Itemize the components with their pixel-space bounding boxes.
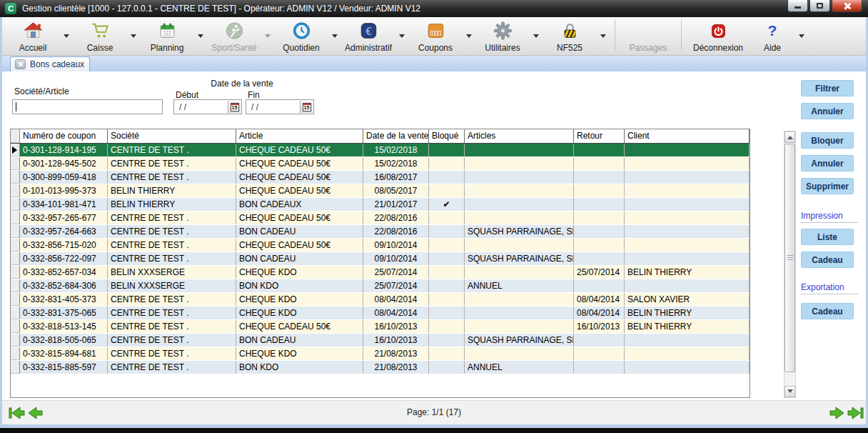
table-row[interactable]: 0-332-957-264-663 CENTRE DE TEST . BON C…: [11, 225, 750, 239]
cell-article: BON CADEAU: [236, 225, 363, 238]
last-page-button[interactable]: [847, 406, 864, 420]
calendar-picker-icon: 15: [303, 103, 311, 111]
maximize-button[interactable]: [809, 0, 830, 12]
column-header-societe[interactable]: Société: [108, 129, 236, 143]
toolbar-item-nf525[interactable]: NF525: [545, 19, 595, 53]
tab-bons-cadeaux[interactable]: Bons cadeaux: [10, 56, 90, 71]
bloquer-button[interactable]: Bloquer: [801, 132, 854, 149]
societe-article-input[interactable]: [12, 99, 163, 114]
cell-articles: [465, 171, 574, 184]
fin-date-input[interactable]: / / 15: [246, 99, 314, 114]
cell-societe: CENTRE DE TEST .: [108, 225, 236, 238]
cell-date: 25/07/2014: [363, 279, 429, 292]
table-row[interactable]: 0-300-899-059-418 CENTRE DE TEST . CHEQU…: [11, 171, 750, 184]
cell-bloque: [429, 157, 465, 170]
cell-client: BELIN THIERRY: [625, 266, 750, 279]
caisse-dropdown-caret[interactable]: [125, 19, 142, 53]
cell-article: CHEQUE CADEAU 50€: [236, 184, 363, 197]
table-row[interactable]: 0-301-128-945-502 CENTRE DE TEST . CHEQU…: [11, 157, 750, 171]
annuler-button[interactable]: Annuler: [801, 155, 854, 171]
toolbar-item-quotidien[interactable]: Quotidien: [276, 19, 326, 53]
next-page-button[interactable]: [828, 406, 845, 420]
impression-liste-button[interactable]: Liste: [801, 229, 854, 245]
table-row[interactable]: 0-101-013-995-373 BELIN THIERRY CHEQUE C…: [11, 184, 750, 198]
table-row[interactable]: 0-334-101-981-471 BELIN THIERRY BON CADE…: [11, 198, 750, 211]
supprimer-button[interactable]: Supprimer: [801, 178, 854, 194]
accueil-dropdown-caret[interactable]: [58, 19, 75, 53]
toolbar-item-caisse[interactable]: Caisse: [75, 19, 125, 53]
column-header-articles[interactable]: Articles: [465, 129, 574, 143]
cell-article: CHEQUE KDO: [236, 307, 363, 319]
table-row[interactable]: 0-332-818-513-145 CENTRE DE TEST . CHEQU…: [11, 320, 750, 334]
table-row[interactable]: 0-301-128-914-195 CENTRE DE TEST . CHEQU…: [11, 144, 750, 157]
filtrer-button[interactable]: Filtrer: [801, 80, 854, 96]
cell-date: 21/01/2017: [363, 198, 429, 211]
table-row[interactable]: 0-332-856-715-020 CENTRE DE TEST . CHEQU…: [11, 239, 750, 252]
app-logo-icon: C: [5, 3, 16, 14]
debut-date-input[interactable]: / / 15: [173, 99, 242, 114]
table-row[interactable]: 0-332-852-657-034 BELIN XXXSERGE CHEQUE …: [11, 266, 750, 279]
column-header-coupon[interactable]: Numéro de coupon: [20, 129, 108, 143]
toolbar-item-deconnexion[interactable]: Déconnexion: [685, 19, 752, 53]
cell-retour: [574, 211, 625, 224]
toolbar-item-aide[interactable]: ? Aide: [752, 19, 793, 53]
cell-articles: SQUASH PARRAINAGE, SEANC: [465, 225, 574, 238]
coupons-dropdown-caret[interactable]: [460, 19, 478, 53]
scroll-up-button[interactable]: [784, 131, 795, 143]
minimize-button[interactable]: [787, 0, 808, 12]
table-row[interactable]: 0-332-815-885-597 CENTRE DE TEST . BON K…: [11, 361, 750, 374]
table-row[interactable]: 0-332-818-505-065 CENTRE DE TEST . BON C…: [11, 334, 750, 347]
debut-calendar-button[interactable]: 15: [228, 101, 241, 113]
toolbar-item-accueil[interactable]: Accueil: [8, 19, 58, 53]
calendar-picker-icon: 15: [231, 103, 239, 111]
close-button[interactable]: [832, 0, 862, 12]
close-icon: [18, 61, 24, 67]
scrollbar-thumb[interactable]: [784, 144, 795, 372]
home-icon: [24, 20, 43, 41]
cell-client: BELIN THIERRY: [625, 307, 750, 319]
planning-dropdown-caret[interactable]: [192, 19, 209, 53]
column-header-bloque[interactable]: Bloqué: [429, 129, 465, 143]
window-frame-bottom: [0, 428, 868, 433]
annuler-filtre-button[interactable]: Annuler: [801, 103, 854, 119]
table-row[interactable]: 0-332-831-375-065 CENTRE DE TEST . CHEQU…: [11, 307, 750, 320]
row-marker-cell: [11, 171, 20, 184]
cell-coupon: 0-334-101-981-471: [20, 198, 108, 211]
table-row[interactable]: 0-332-815-894-681 CENTRE DE TEST . CHEQU…: [11, 347, 750, 361]
impression-cadeau-button[interactable]: Cadeau: [801, 252, 854, 268]
toolbar-item-coupons[interactable]: Coupons: [410, 19, 460, 53]
nf525-dropdown-caret[interactable]: [595, 19, 612, 53]
scrollbar-grip-icon: [787, 255, 793, 261]
scroll-down-button[interactable]: [784, 386, 795, 397]
table-row[interactable]: 0-332-852-684-306 BELIN XXXSERGE BON KDO…: [11, 279, 750, 293]
column-header-date[interactable]: Date de la vente: [363, 129, 429, 143]
row-marker-cell: [11, 279, 20, 292]
cell-article: BON KDO: [236, 361, 363, 374]
text-caret: [16, 102, 16, 111]
table-row[interactable]: 0-332-831-405-373 CENTRE DE TEST . CHEQU…: [11, 293, 750, 307]
table-scrollbar[interactable]: [784, 131, 796, 398]
column-header-client[interactable]: Client: [625, 129, 750, 143]
column-header-retour[interactable]: Retour: [574, 129, 625, 143]
table-row[interactable]: 0-332-957-265-677 CENTRE DE TEST . CHEQU…: [11, 211, 750, 225]
administratif-dropdown-caret[interactable]: [393, 19, 410, 53]
table-row[interactable]: 0-332-856-722-097 CENTRE DE TEST . BON C…: [11, 252, 750, 266]
quotidien-dropdown-caret[interactable]: [326, 19, 343, 53]
utilitaires-dropdown-caret[interactable]: [528, 19, 545, 53]
toolbar-item-planning[interactable]: Planning: [142, 19, 192, 53]
cell-articles: SQUASH PARRAINAGE, SEANC: [465, 252, 574, 265]
tab-close-button[interactable]: [15, 59, 26, 69]
toolbar-item-administratif[interactable]: € Administratif: [343, 19, 393, 53]
row-marker-cell: [11, 334, 20, 347]
column-header-article[interactable]: Article: [236, 129, 363, 143]
fin-calendar-button[interactable]: 15: [300, 101, 313, 113]
exportation-cadeau-button[interactable]: Cadeau: [801, 303, 854, 319]
cell-article: BON CADEAU: [236, 334, 363, 347]
aide-dropdown-caret[interactable]: [793, 19, 810, 53]
cell-retour: 25/07/2014: [574, 266, 625, 279]
toolbar-item-utilitaires[interactable]: Utilitaires: [478, 19, 528, 53]
cell-date: 15/02/2018: [363, 144, 429, 156]
date-vente-group-label: Date de la vente: [173, 79, 311, 89]
cell-articles: [465, 211, 574, 224]
cell-coupon: 0-332-831-375-065: [20, 307, 108, 319]
